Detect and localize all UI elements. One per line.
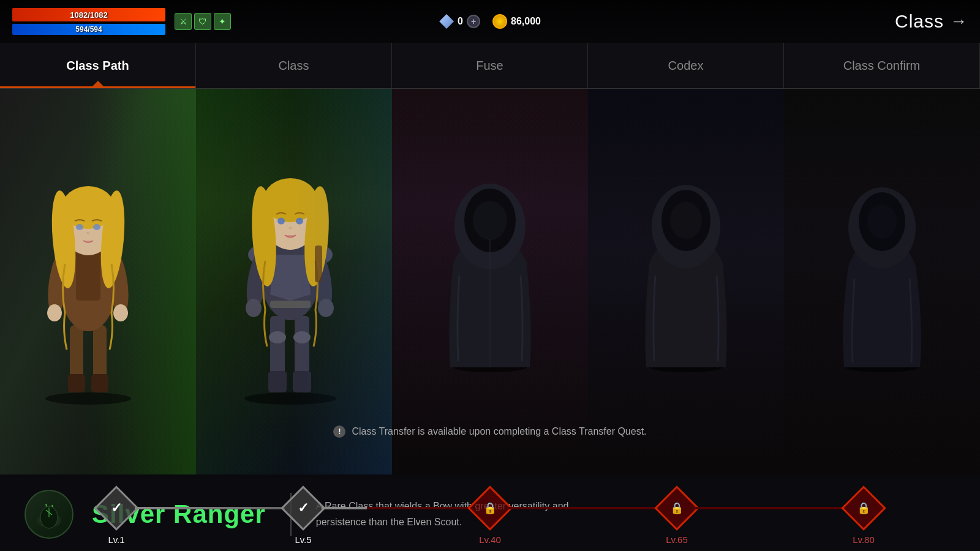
hooded-figure-1: [429, 141, 551, 373]
char-slot-lv80[interactable]: [784, 89, 980, 474]
check-lv1: ✓: [111, 500, 122, 516]
currency-area: 0 + 86,000: [439, 14, 541, 29]
buff-icons: ⚔ 🛡 ✦: [175, 13, 231, 30]
node-label-lv65: Lv.65: [666, 534, 688, 545]
char-figure-lv5: [220, 135, 361, 407]
node-lv65[interactable]: 🔒 Lv.65: [658, 490, 695, 527]
node-label-lv80: Lv.80: [853, 534, 875, 545]
check-lv5: ✓: [298, 500, 309, 516]
node-lv80[interactable]: 🔒 Lv.80: [845, 490, 882, 527]
connector-2-3: [322, 507, 472, 509]
node-row: ✓ Lv.1 ✓ Lv.5 🔒 Lv.40 🔒: [0, 490, 980, 527]
tab-codex-label: Codex: [668, 59, 704, 73]
char-slot-lv5[interactable]: [196, 89, 392, 474]
svg-point-20: [244, 392, 336, 405]
hp-bar: 1082/1082: [12, 8, 165, 21]
node-label-lv5: Lv.5: [295, 534, 311, 545]
char-locked-lv65: [588, 89, 784, 425]
svg-point-0: [45, 392, 131, 405]
buff-icon-1: ⚔: [175, 13, 192, 30]
elf-svg-1: [21, 141, 156, 405]
hp-label: 1082/1082: [70, 10, 107, 20]
char-locked-lv40: [392, 89, 588, 425]
tab-bar: Class Path Class Fuse Codex Class Confir…: [0, 43, 980, 89]
info-bar: ! Class Transfer is available upon compl…: [0, 425, 980, 438]
tab-codex[interactable]: Codex: [588, 43, 784, 88]
mp-bar: 594/594: [12, 24, 165, 35]
char-slot-lv65[interactable]: [588, 89, 784, 474]
node-lv5[interactable]: ✓ Lv.5: [285, 490, 322, 527]
lock-lv40: 🔒: [483, 501, 497, 515]
hud: 1082/1082 594/594 ⚔ 🛡 ✦ 0 + 86,000 Class…: [0, 0, 980, 43]
tab-class-path-label: Class Path: [66, 59, 129, 73]
svg-rect-3: [68, 374, 85, 392]
svg-point-33: [246, 299, 262, 317]
diamond-lv80: 🔒: [841, 485, 886, 531]
connector-3-4: [508, 507, 658, 509]
svg-rect-28: [270, 301, 311, 308]
svg-rect-4: [91, 374, 108, 392]
node-lv40[interactable]: 🔒 Lv.40: [472, 490, 508, 527]
node-label-lv40: Lv.40: [479, 534, 501, 545]
hooded-figure-2: [625, 141, 747, 373]
class-nav-arrow: →: [950, 12, 968, 31]
gold-currency: 86,000: [492, 14, 541, 29]
svg-point-10: [113, 304, 128, 321]
svg-point-34: [318, 299, 334, 317]
elf-svg-2: [220, 135, 361, 405]
buff-icon-2: 🛡: [194, 13, 211, 30]
diamond-count: 0: [458, 16, 463, 27]
diamond-currency: 0 +: [439, 14, 480, 29]
svg-point-52: [670, 202, 702, 239]
class-nav-button[interactable]: Class →: [895, 11, 968, 32]
info-icon: !: [333, 425, 345, 438]
hooded-figure-3: [821, 141, 943, 373]
characters-area: [0, 89, 980, 474]
connector-4-5: [695, 507, 845, 509]
diamond-icon: [439, 14, 454, 29]
main-content: ✓ Lv.1 ✓ Lv.5 🔒 Lv.40 🔒: [0, 89, 980, 551]
tab-fuse[interactable]: Fuse: [392, 43, 588, 88]
svg-point-9: [47, 304, 62, 321]
connector-1-2: [135, 507, 285, 509]
tab-class[interactable]: Class: [196, 43, 392, 88]
add-diamond-button[interactable]: +: [467, 15, 480, 28]
lock-lv65: 🔒: [670, 501, 684, 515]
svg-point-24: [293, 331, 311, 343]
char-slot-lv1[interactable]: [0, 89, 196, 474]
svg-point-19: [93, 224, 100, 230]
buff-icon-3: ✦: [214, 13, 231, 30]
diamond-lv5: ✓: [281, 485, 326, 531]
gold-count: 86,000: [511, 16, 541, 27]
tab-class-confirm-label: Class Confirm: [843, 59, 921, 73]
svg-point-23: [269, 331, 286, 343]
tab-class-path[interactable]: Class Path: [0, 43, 196, 88]
tab-class-confirm[interactable]: Class Confirm: [784, 43, 980, 88]
svg-point-56: [867, 204, 897, 239]
svg-point-43: [296, 218, 303, 225]
info-text: Class Transfer is available upon complet…: [352, 426, 646, 437]
svg-rect-26: [293, 371, 311, 392]
class-nav-label: Class: [895, 11, 944, 32]
char-slot-lv40[interactable]: [392, 89, 588, 474]
diamond-lv1: ✓: [94, 485, 139, 531]
svg-rect-25: [268, 371, 287, 392]
diamond-lv65: 🔒: [654, 485, 699, 531]
lock-lv80: 🔒: [857, 501, 870, 515]
svg-point-42: [277, 218, 285, 225]
tab-class-label: Class: [278, 59, 309, 73]
char-locked-lv80: [784, 89, 980, 425]
svg-rect-44: [315, 246, 322, 282]
health-bars: 1082/1082 594/594: [12, 8, 165, 35]
char-figure-lv1: [21, 141, 156, 407]
tab-fuse-label: Fuse: [476, 59, 503, 73]
diamond-lv40: 🔒: [467, 485, 513, 531]
svg-point-48: [473, 201, 507, 240]
svg-point-18: [76, 224, 83, 230]
node-label-lv1: Lv.1: [108, 534, 124, 545]
gold-icon: [492, 14, 507, 29]
svg-rect-6: [76, 252, 100, 301]
mp-label: 594/594: [75, 25, 102, 34]
node-lv1[interactable]: ✓ Lv.1: [98, 490, 135, 527]
